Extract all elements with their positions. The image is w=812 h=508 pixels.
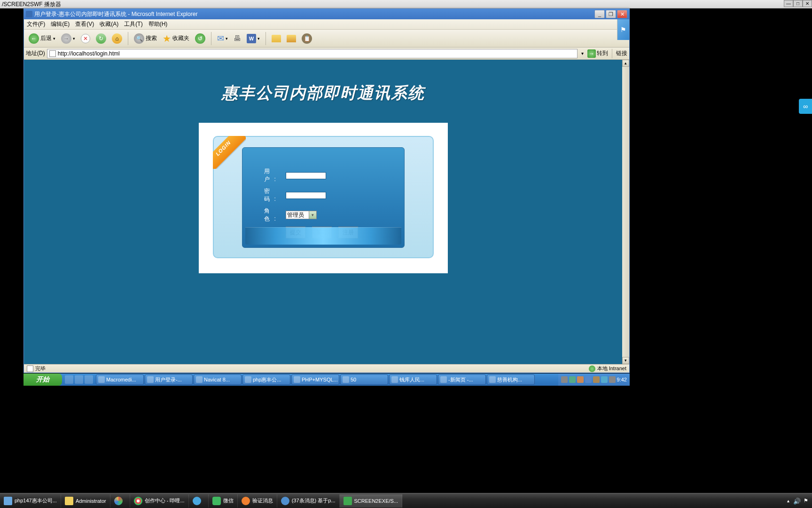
inner-task-item[interactable]: PHP+MYSQL... (291, 374, 339, 385)
inner-task-item[interactable]: Macromedi... (96, 374, 144, 385)
user-row: 用 户: (264, 167, 390, 183)
start-button[interactable]: 开始 (23, 373, 62, 386)
stop-button[interactable]: ✕ (79, 33, 92, 44)
folder-icon (272, 35, 281, 42)
login-ribbon: LOGIN (213, 136, 246, 169)
forward-button[interactable]: → ▾ (59, 32, 77, 45)
player-close-button[interactable]: ✕ (803, 0, 812, 7)
task-label: 验证消息 (252, 497, 273, 504)
tray-icon[interactable] (561, 376, 568, 383)
password-input[interactable] (286, 192, 326, 199)
host-task-item[interactable]: php147惠丰公司... (0, 494, 61, 508)
tray-icon[interactable] (585, 376, 592, 383)
player-maximize-button[interactable]: □ (793, 0, 803, 7)
scroll-up-button[interactable]: ▴ (622, 60, 629, 67)
task-label: 慈善机构... (497, 376, 522, 383)
host-task-item[interactable]: 验证消息 (238, 494, 277, 508)
menu-file[interactable]: 文件(F) (24, 20, 48, 28)
address-dropdown-icon[interactable]: ▾ (579, 51, 586, 56)
back-button[interactable]: ← 后退 ▾ (27, 32, 57, 45)
ql-ie-icon[interactable] (65, 375, 73, 384)
tray-icon[interactable] (569, 376, 576, 383)
print-button[interactable]: 🖶 (232, 33, 243, 44)
folder-button-2[interactable] (285, 34, 298, 43)
tray-icon[interactable]: ⚑ (804, 498, 808, 504)
host-task-item[interactable] (110, 494, 130, 508)
go-arrow-icon: → (587, 49, 596, 58)
menu-help[interactable]: 帮助(H) (146, 20, 171, 28)
refresh-button[interactable]: ↻ (94, 32, 108, 45)
home-icon: ⌂ (112, 33, 122, 44)
inner-task-item[interactable]: php惠丰公... (242, 374, 290, 385)
folder-button-1[interactable] (270, 34, 283, 43)
ql-desktop-icon[interactable] (75, 375, 83, 384)
task-app-icon (98, 376, 105, 383)
host-task-item[interactable]: SCREEN2EXE/S... (340, 494, 403, 508)
favorites-button[interactable]: ★ 收藏夹 (161, 32, 191, 45)
ie-close-button[interactable]: ✕ (617, 10, 627, 18)
inner-task-item[interactable]: Navicat 8... (194, 374, 242, 385)
login-form: 用 户: 密 码: 角 色: 管理员 ▾ (242, 147, 405, 248)
inner-task-item[interactable]: -新闻页 -... (438, 374, 486, 385)
select-dropdown-icon: ▾ (309, 211, 316, 219)
inner-task-item[interactable]: 用户登录-... (145, 374, 193, 385)
address-input[interactable]: http://localhost/login.html (47, 49, 578, 58)
register-button[interactable]: 注册 (338, 227, 358, 238)
host-task-item[interactable]: Administrator (61, 494, 110, 508)
task-app-icon (343, 376, 349, 383)
word-edit-button[interactable]: W▾ (245, 33, 262, 44)
menu-view[interactable]: 查看(V) (72, 20, 97, 28)
history-button[interactable]: ↺ (193, 32, 207, 45)
links-label[interactable]: 链接 (616, 49, 627, 57)
tray-icon[interactable] (601, 376, 608, 383)
host-task-item[interactable]: 创作中心 - 哔哩... (130, 494, 189, 508)
inner-task-item[interactable]: 慈善机构... (487, 374, 535, 385)
host-task-item[interactable]: (37条消息) 基于p... (277, 494, 340, 508)
zone-text: 本地 Intranet (597, 365, 626, 372)
tray-expand-icon[interactable]: ▴ (787, 498, 789, 503)
user-input[interactable] (286, 172, 326, 179)
reset-button[interactable]: 重置 (312, 227, 332, 238)
tray-icon[interactable] (609, 376, 616, 383)
host-task-item[interactable] (189, 494, 209, 508)
task-app-icon (391, 376, 398, 383)
inner-system-tray: 9:42 (558, 373, 630, 386)
inner-clock[interactable]: 9:42 (617, 377, 627, 382)
inner-task-item[interactable]: 50 (340, 374, 388, 385)
login-ribbon-text: LOGIN (214, 140, 232, 157)
login-container: LOGIN 用 户: 密 码: 角 色: (199, 123, 448, 273)
scroll-down-button[interactable]: ▾ (622, 357, 629, 364)
ie-titlebar[interactable]: 用户登录-惠丰公司内部即时通讯系统 - Microsoft Internet E… (24, 9, 629, 19)
ie-minimize-button[interactable]: _ (594, 10, 605, 18)
status-text: 完毕 (35, 365, 46, 372)
task-label: -新闻页 -... (448, 376, 473, 383)
inner-task-item[interactable]: 钱库人民... (389, 374, 437, 385)
task-label: 创作中心 - 哔哩... (145, 497, 185, 504)
player-minimize-button[interactable]: — (784, 0, 793, 7)
task-app-icon (147, 376, 154, 383)
role-select[interactable]: 管理员 ▾ (286, 211, 317, 219)
task-app-icon (242, 497, 250, 505)
stop-icon: ✕ (81, 34, 90, 43)
mail-button[interactable]: ✉▾ (215, 32, 230, 45)
menu-favorites[interactable]: 收藏(A) (97, 20, 121, 28)
browser-icon (281, 497, 289, 505)
favorites-label: 收藏夹 (172, 34, 189, 42)
tray-icon[interactable] (577, 376, 584, 383)
home-button[interactable]: ⌂ (110, 32, 124, 45)
volume-icon[interactable]: 🔊 (793, 498, 800, 504)
tray-icon[interactable] (593, 376, 600, 383)
host-task-item[interactable]: 微信 (209, 494, 238, 508)
research-button[interactable]: 📋 (300, 32, 314, 45)
ql-media-icon[interactable] (85, 375, 93, 384)
vertical-scrollbar[interactable]: ▴ ▾ (622, 60, 629, 364)
task-label: 用户登录-... (155, 376, 182, 383)
search-button[interactable]: 🔍 搜索 (132, 32, 159, 45)
go-button[interactable]: → 转到 (587, 49, 608, 58)
menu-tools[interactable]: 工具(T) (121, 20, 145, 28)
right-side-widget[interactable]: ∞ (799, 99, 812, 114)
ie-maximize-button[interactable]: ❐ (606, 10, 616, 18)
research-icon: 📋 (302, 33, 312, 44)
submit-button[interactable]: 提交 (286, 227, 305, 238)
menu-edit[interactable]: 编辑(E) (48, 20, 72, 28)
